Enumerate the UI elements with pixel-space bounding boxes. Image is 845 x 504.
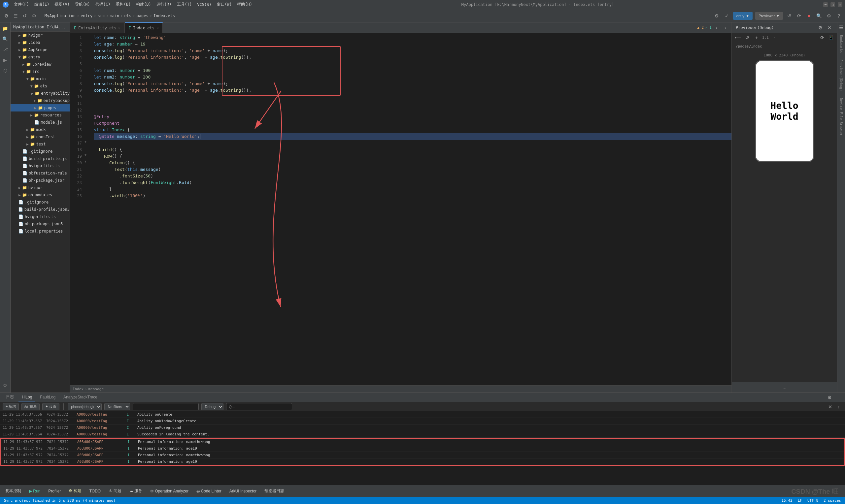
prev-back-btn[interactable]: ⟵ (735, 34, 742, 41)
device-select[interactable]: phone(debug) (68, 403, 102, 410)
device-browser-label[interactable]: Device File Browser (839, 95, 843, 138)
log-scroll-top[interactable]: ↑ (835, 403, 842, 410)
toolbar-icon-1[interactable]: ⚙ (3, 12, 10, 19)
tree-item-ohpackage2[interactable]: 📄 oh-package.json5 (11, 220, 70, 228)
tree-item-hvigor2[interactable]: ▶ 📁 hvigor (11, 184, 70, 191)
tree-item-gitignore1[interactable]: 📄 .gitignore (11, 148, 70, 155)
stop-icon-btn[interactable]: ■ (805, 12, 813, 19)
debug-select[interactable]: Debug (201, 403, 224, 410)
search-icon-btn[interactable]: 🔍 (815, 12, 823, 19)
sidebar-search-btn[interactable]: 🔍 (1, 34, 10, 43)
arkui-btn[interactable]: ArkUI Inspector (227, 487, 260, 496)
tree-item-hvigorfile1[interactable]: 📄 hvigorfile.ts (11, 162, 70, 169)
menu-tools[interactable]: 工具(T) (177, 2, 192, 7)
sidebar-run-btn[interactable]: ▶ (1, 55, 10, 65)
prev-more-btn[interactable]: ... (781, 384, 788, 391)
services-btn[interactable]: ☁ 服务 (127, 487, 145, 496)
tree-item-modulejs[interactable]: 📄 module.js (11, 119, 70, 126)
settings-btn[interactable]: ✦ 设置 (42, 403, 59, 410)
toolbar-icon-4[interactable]: ⚙ (30, 12, 38, 19)
breadcrumb-main[interactable]: main (110, 14, 119, 18)
tab-hilog[interactable]: HiLog (18, 394, 35, 401)
menu-help[interactable]: 帮助(H) (237, 2, 252, 7)
tree-item-appscope[interactable]: ▶ 📁 AppScope (11, 46, 70, 53)
tab-index[interactable]: I Index.ets ✕ (125, 22, 163, 33)
log-clear-btn[interactable]: ✕ (827, 403, 834, 410)
help-icon-btn[interactable]: ? (835, 12, 842, 19)
previewer-close-btn[interactable]: ✕ (826, 24, 833, 31)
breadcrumb-ets[interactable]: ets (124, 14, 132, 18)
previewer-button[interactable]: Previewer ▼ (755, 12, 783, 20)
tab-faultlog[interactable]: FaultLog (37, 394, 59, 401)
tree-item-local[interactable]: 📄 local.properties (11, 228, 70, 235)
tab-scroll-left[interactable]: ‹ (713, 24, 720, 31)
tab-entryability-close[interactable]: ✕ (119, 26, 121, 30)
tree-item-hvigor[interactable]: ▶ 📁 hvigor (11, 32, 70, 39)
sidebar-ext-btn[interactable]: ⬡ (1, 66, 10, 75)
tree-item-src[interactable]: ▼ 📁 src (11, 68, 70, 75)
tree-item-main[interactable]: ▼ 📁 main (11, 75, 70, 83)
tab-scroll-right[interactable]: › (722, 24, 729, 31)
menu-edit[interactable]: 编辑(E) (34, 2, 50, 7)
breadcrumb-index[interactable]: Index (73, 387, 84, 391)
bookmarks-label[interactable]: Bookmarks (839, 32, 843, 55)
bottom-close-btn[interactable]: — (835, 394, 842, 401)
menu-file[interactable]: 文件(F) (14, 2, 29, 7)
tree-item-idea[interactable]: ▶ 📁 .idea (11, 39, 70, 46)
tree-item-preview[interactable]: ▶ 📁 .preview (11, 61, 70, 68)
tree-item-entryability[interactable]: ▶ 📁 entryability (11, 90, 70, 97)
add-btn[interactable]: + 新增 (3, 403, 19, 410)
tree-item-ohmodules[interactable]: ▶ 📁 oh_modules (11, 191, 70, 199)
log-filter-input[interactable] (226, 403, 292, 410)
breadcrumb-app[interactable]: MyApplication (45, 14, 75, 18)
bottom-settings-btn[interactable]: ⚙ (826, 394, 833, 401)
breadcrumb-message[interactable]: message (88, 387, 104, 391)
menu-view[interactable]: 视图(V) (54, 2, 70, 7)
tree-item-ohostest[interactable]: ▶ 📁 ohosTest (11, 133, 70, 141)
breadcrumb-file[interactable]: Index.ets (154, 14, 175, 18)
tab-index-close[interactable]: ✕ (156, 26, 158, 30)
prev-zoom-out[interactable]: - (771, 34, 778, 41)
config-icon-btn[interactable]: ⚙ (825, 12, 832, 19)
breadcrumb-src[interactable]: src (98, 14, 105, 18)
filter-select[interactable]: No filters (104, 403, 130, 410)
prev-refresh-btn[interactable]: ↺ (744, 34, 751, 41)
profiler-btn[interactable]: Profiler (46, 487, 64, 496)
right-panel-btn-1[interactable]: ☰ (838, 24, 845, 31)
menu-build[interactable]: 构建(B) (136, 2, 151, 7)
fold-row[interactable]: ▼ (85, 153, 90, 160)
tree-item-resources[interactable]: ▶ 📁 resources (11, 111, 70, 119)
menu-run[interactable]: 运行(R) (156, 2, 172, 7)
close-button[interactable]: ✕ (838, 2, 842, 7)
code-content[interactable]: let name: string = 'thewang' let age: nu… (90, 33, 732, 385)
bookmark-icon-btn[interactable]: ✓ (723, 12, 730, 19)
layout-btn[interactable]: 品 布局 (21, 403, 39, 410)
toolbar-icon-2[interactable]: ☰ (12, 12, 19, 19)
tab-entryability[interactable]: E EntryAbility.ets ✕ (70, 22, 125, 33)
breadcrumb-entry[interactable]: entry (81, 14, 92, 18)
tree-item-entrybackup[interactable]: ▶ 📁 entrybackup (11, 97, 70, 104)
tree-item-test[interactable]: ▶ 📁 test (11, 141, 70, 148)
breadcrumb-pages[interactable]: pages (137, 14, 148, 18)
previewer-side-label[interactable]: Previewer(Debug) (839, 57, 843, 94)
menu-window[interactable]: 窗口(W) (217, 2, 232, 7)
entry-button[interactable]: entry ▼ (733, 12, 753, 20)
tab-analyzestacktrace[interactable]: AnalyzeStackTrace (60, 394, 101, 401)
build-btn[interactable]: ⚙ 构建 (66, 487, 84, 496)
code-linter-btn[interactable]: ◎ Code Linter (194, 487, 224, 496)
settings-icon-btn[interactable]: ⚙ (713, 12, 721, 19)
sidebar-file-btn[interactable]: 📁 (1, 24, 10, 33)
tree-item-buildprofile[interactable]: 📄 build-profile.js (11, 155, 70, 162)
tree-item-ohpackage[interactable]: 📄 oh-package.jsor (11, 177, 70, 184)
tab-log[interactable]: 日志 (3, 394, 17, 401)
prev-zoom-in[interactable]: + (753, 34, 760, 41)
menu-nav[interactable]: 导航(N) (75, 2, 90, 7)
prev-device-btn[interactable]: 📱 (827, 34, 834, 41)
maximize-button[interactable]: □ (830, 2, 835, 7)
sync-icon-btn[interactable]: ⟳ (795, 12, 803, 19)
menu-vcs[interactable]: VCS(S) (197, 2, 211, 7)
tree-item-hvigorfile2[interactable]: 📄 hvigorfile.ts (11, 213, 70, 220)
sidebar-settings-btn[interactable]: ⚙ (1, 381, 10, 390)
reload-icon-btn[interactable]: ↺ (786, 12, 793, 19)
issues-btn[interactable]: ⚠ 问题 (106, 487, 124, 496)
